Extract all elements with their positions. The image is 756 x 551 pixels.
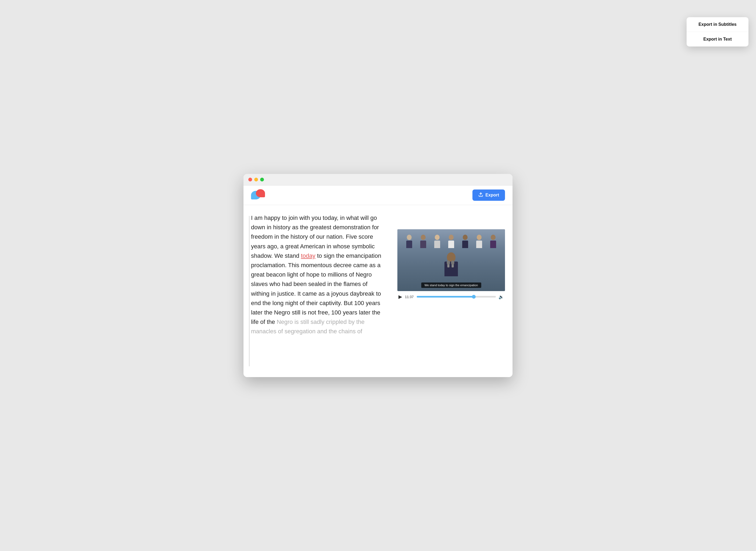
bg-person-7 (490, 235, 496, 248)
bg-person-2 (420, 235, 426, 248)
progress-bar[interactable] (417, 296, 496, 298)
video-panel: We stand today to sign the emancipation … (398, 229, 505, 303)
bg-person-1 (406, 235, 412, 248)
video-scene: We stand today to sign the emancipation (398, 229, 505, 291)
play-button[interactable]: ▶ (399, 294, 402, 300)
transcript-text: I am happy to join with you today, in wh… (251, 213, 387, 336)
main-content: I am happy to join with you today, in wh… (243, 205, 513, 377)
microphones (447, 262, 454, 267)
transcript-panel: I am happy to join with you today, in wh… (251, 213, 398, 369)
export-label: Export (485, 193, 499, 197)
left-bar (249, 216, 250, 366)
app-window: Export Export in Subtitles Export in Tex… (243, 174, 513, 377)
bg-person-6 (476, 235, 482, 248)
transcript-highlighted-word: today (301, 252, 315, 259)
app-header: Export (243, 185, 513, 205)
bubble-red-icon (256, 189, 265, 197)
background-people (398, 235, 505, 248)
export-icon (478, 192, 483, 198)
mic-1 (447, 262, 450, 267)
bg-person-4 (448, 235, 454, 248)
time-display: 11:37 (405, 295, 414, 299)
video-controls: ▶ 11:37 🔉 (398, 291, 505, 303)
transcript-text-after: to sign the emancipation proclamation. T… (251, 252, 381, 325)
maximize-button[interactable] (260, 178, 264, 181)
video-container: We stand today to sign the emancipation (398, 229, 505, 291)
export-button[interactable]: Export (472, 189, 505, 201)
close-button[interactable] (248, 178, 252, 181)
subtitle-overlay: We stand today to sign the emancipation (421, 283, 481, 288)
bg-person-5 (462, 235, 468, 248)
logo-bubbles (251, 189, 267, 201)
bg-person-3 (434, 235, 440, 248)
titlebar (243, 174, 513, 185)
volume-button[interactable]: 🔉 (499, 294, 504, 300)
logo (251, 189, 267, 201)
progress-thumb (472, 295, 476, 299)
minimize-button[interactable] (254, 178, 258, 181)
mic-2 (452, 262, 454, 267)
progress-fill (417, 296, 474, 298)
